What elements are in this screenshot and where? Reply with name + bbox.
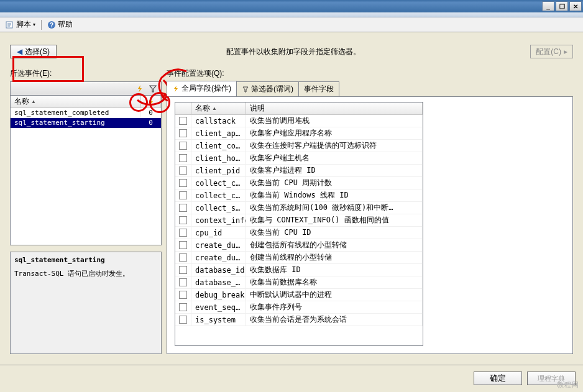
fields-row[interactable]: client_pid收集客户端进程 ID (175, 165, 423, 177)
fields-cell-desc: 收集客户端进程 ID (246, 165, 423, 177)
arrow-left-icon: ◀ (17, 47, 22, 56)
fields-row[interactable]: is_system收集当前会话是否为系统会话 (175, 314, 423, 326)
fields-cell-checkbox[interactable] (175, 289, 191, 301)
lightning-icon (172, 85, 180, 93)
fields-cell-name: create_du… (191, 252, 246, 264)
events-row[interactable]: sql_statement_completed0 (11, 108, 161, 118)
fields-cell-checkbox[interactable] (175, 177, 191, 189)
fields-cell-desc: 收集当前 CPU ID (246, 227, 423, 239)
checkbox[interactable] (179, 278, 187, 286)
tab-event-fields[interactable]: 事件字段 (298, 81, 339, 96)
select-button[interactable]: ◀ 选择(S) (10, 45, 57, 58)
fields-row[interactable]: event_seq…收集事件序列号 (175, 301, 423, 314)
fields-row[interactable]: create_du…创建包括所有线程的小型转储 (175, 239, 423, 252)
minimize-button[interactable]: _ (542, 1, 554, 11)
fields-row[interactable]: collect_c…收集当前 CPU 周期计数 (175, 177, 423, 189)
restore-button[interactable]: ❐ (556, 1, 568, 11)
lightning-button[interactable] (134, 83, 145, 94)
checkbox[interactable] (179, 253, 187, 262)
fields-cell-checkbox[interactable] (175, 214, 191, 227)
fields-cell-checkbox[interactable] (175, 276, 191, 289)
tab-strip: 全局字段(操作) 筛选器(谓词) 事件字段 (167, 83, 573, 96)
fields-cell-desc: 收集当前调用堆栈 (246, 115, 423, 127)
script-label: 脚本 (16, 19, 31, 30)
checkbox[interactable] (179, 216, 187, 224)
help-menu[interactable]: ? 帮助 (45, 19, 75, 30)
fields-row[interactable]: debug_break中断默认调试器中的进程 (175, 289, 423, 301)
fields-row[interactable]: client_ho…收集客户端主机名 (175, 152, 423, 165)
fields-row[interactable]: callstack收集当前调用堆栈 (175, 115, 423, 127)
fields-row[interactable]: cpu_id收集当前 CPU ID (175, 227, 423, 239)
fields-cell-checkbox[interactable] (175, 189, 191, 202)
fields-cell-checkbox[interactable] (175, 227, 191, 239)
checkbox[interactable] (179, 129, 187, 137)
watermark: 教程网 (557, 380, 579, 390)
fields-cell-checkbox[interactable] (175, 301, 191, 314)
fields-cell-name: client_ho… (191, 152, 246, 165)
help-icon: ? (47, 21, 56, 29)
fields-header-check[interactable] (175, 103, 191, 114)
fields-cell-checkbox[interactable] (175, 140, 191, 152)
fields-cell-name: create_du… (191, 239, 246, 252)
fields-cell-checkbox[interactable] (175, 115, 191, 127)
fields-cell-checkbox[interactable] (175, 239, 191, 252)
fields-cell-checkbox[interactable] (175, 152, 191, 165)
fields-cell-checkbox[interactable] (175, 127, 191, 140)
checkbox[interactable] (179, 229, 187, 237)
fields-cell-checkbox[interactable] (175, 165, 191, 177)
fields-cell-checkbox[interactable] (175, 202, 191, 214)
fields-cell-desc: 收集客户端应用程序名称 (246, 127, 423, 140)
fields-header-desc[interactable]: 说明 (246, 103, 423, 114)
funnel-icon (242, 86, 249, 93)
checkbox[interactable] (179, 142, 187, 150)
event-options-label: 事件配置选项(Q): (167, 68, 573, 79)
checkbox[interactable] (179, 316, 187, 324)
events-cell-name: sql_statement_starting (11, 118, 141, 128)
checkbox[interactable] (179, 154, 187, 162)
tab-global-fields[interactable]: 全局字段(操作) (167, 81, 237, 96)
fields-row[interactable]: context_info收集与 CONTEXT_INFO() 函数相同的值 (175, 214, 423, 227)
tab-filter[interactable]: 筛选器(谓词) (236, 81, 299, 96)
fields-row[interactable]: client_ap…收集客户端应用程序名称 (175, 127, 423, 140)
select-label: 选择(S) (25, 47, 50, 57)
fields-row[interactable]: create_du…创建当前线程的小型转储 (175, 252, 423, 264)
fields-grid-container: 名称▲ 说明 callstack收集当前调用堆栈client_ap…收集客户端应… (175, 102, 423, 346)
ok-button[interactable]: 确定 (474, 371, 522, 385)
fields-cell-desc: 创建当前线程的小型转储 (246, 252, 423, 264)
checkbox[interactable] (179, 204, 187, 212)
checkbox[interactable] (179, 166, 187, 175)
fields-cell-name: client_co… (191, 140, 246, 152)
fields-panel: 名称▲ 说明 callstack收集当前调用堆栈client_ap…收集客户端应… (167, 96, 573, 354)
close-button[interactable]: ✕ (569, 1, 582, 11)
fields-cell-name: database_id (191, 264, 246, 276)
script-menu[interactable]: 脚本 ▾ (4, 19, 37, 30)
fields-header-name[interactable]: 名称▲ (191, 103, 246, 114)
checkbox[interactable] (179, 117, 187, 125)
fields-cell-name: cpu_id (191, 227, 246, 239)
fields-cell-checkbox[interactable] (175, 252, 191, 264)
fields-cell-checkbox[interactable] (175, 264, 191, 276)
fields-cell-desc: 收集与 CONTEXT_INFO() 函数相同的值 (246, 214, 423, 227)
configure-button: 配置(C) ▸ (530, 45, 573, 58)
fields-cell-name: event_seq… (191, 301, 246, 314)
fields-cell-desc: 收集事件序列号 (246, 301, 423, 314)
fields-row[interactable]: collect_s…收集当前系统时间(100 微秒精度)和中断… (175, 202, 423, 214)
fields-cell-checkbox[interactable] (175, 314, 191, 326)
checkbox[interactable] (179, 241, 187, 249)
tab-global-label: 全局字段(操作) (181, 83, 231, 94)
events-toolbar (10, 81, 162, 95)
fields-cell-desc: 创建包括所有线程的小型转储 (246, 239, 423, 252)
checkbox[interactable] (179, 303, 187, 311)
checkbox[interactable] (179, 191, 187, 199)
fields-row[interactable]: client_co…收集在连接时客户端提供的可选标识符 (175, 140, 423, 152)
filter-button[interactable] (147, 83, 158, 94)
checkbox[interactable] (179, 266, 187, 274)
fields-row[interactable]: database_id收集数据库 ID (175, 264, 423, 276)
events-row[interactable]: sql_statement_starting0 (11, 118, 161, 128)
fields-row[interactable]: database_…收集当前数据库名称 (175, 276, 423, 289)
events-header-name[interactable]: 名称▲ (11, 96, 141, 107)
checkbox[interactable] (179, 179, 187, 187)
fields-row[interactable]: collect_c…收集当前 Windows 线程 ID (175, 189, 423, 202)
checkbox[interactable] (179, 291, 187, 299)
events-header-lightning[interactable] (141, 96, 161, 107)
